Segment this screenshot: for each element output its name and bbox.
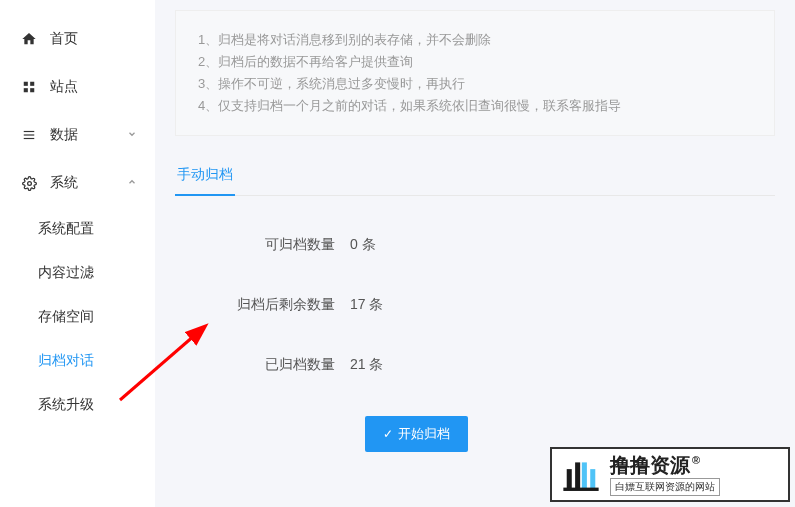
svg-rect-2 [24, 88, 28, 92]
chevron-up-icon [127, 177, 137, 189]
nav-data[interactable]: 数据 [0, 111, 155, 159]
home-icon [20, 30, 38, 48]
sub-label: 系统升级 [38, 396, 94, 412]
svg-rect-0 [24, 82, 28, 86]
sidebar: 首页 站点 数据 系统 系统配置 内容过滤 存储空间 归档对话 系统升级 [0, 0, 155, 507]
form-label: 归档后剩余数量 [205, 296, 350, 314]
tab-label: 手动归档 [177, 166, 233, 182]
sub-label: 系统配置 [38, 220, 94, 236]
grid-icon [20, 78, 38, 96]
nav-site[interactable]: 站点 [0, 63, 155, 111]
svg-rect-11 [582, 462, 587, 489]
tab-manual-archive[interactable]: 手动归档 [175, 156, 235, 196]
svg-point-7 [27, 181, 31, 185]
sidebar-item-content-filter[interactable]: 内容过滤 [0, 251, 155, 295]
start-archive-button[interactable]: ✓ 开始归档 [365, 416, 468, 452]
svg-rect-12 [590, 469, 595, 489]
form-row-archivable: 可归档数量 0 条 [205, 236, 745, 254]
sub-label: 归档对话 [38, 352, 94, 368]
gear-icon [20, 174, 38, 192]
watermark-subtitle: 白嫖互联网资源的网站 [610, 478, 720, 496]
svg-rect-9 [567, 469, 572, 489]
watermark-logo-icon [560, 454, 602, 496]
main-content: 1、归档是将对话消息移到别的表存储，并不会删除 2、归档后的数据不再给客户提供查… [155, 10, 795, 507]
check-icon: ✓ [383, 427, 393, 441]
notice-line: 2、归档后的数据不再给客户提供查询 [198, 51, 752, 73]
nav-label: 站点 [50, 78, 78, 96]
sidebar-item-system-config[interactable]: 系统配置 [0, 207, 155, 251]
notice-line: 4、仅支持归档一个月之前的对话，如果系统依旧查询很慢，联系客服指导 [198, 95, 752, 117]
notice-box: 1、归档是将对话消息移到别的表存储，并不会删除 2、归档后的数据不再给客户提供查… [175, 10, 775, 136]
nav-home[interactable]: 首页 [0, 15, 155, 63]
sub-label: 内容过滤 [38, 264, 94, 280]
form-label: 可归档数量 [205, 236, 350, 254]
form-label: 已归档数量 [205, 356, 350, 374]
sidebar-item-upgrade[interactable]: 系统升级 [0, 383, 155, 427]
watermark: 撸撸资源 ® 白嫖互联网资源的网站 [550, 447, 790, 502]
chevron-down-icon [127, 129, 137, 141]
watermark-reg: ® [692, 454, 700, 466]
nav-label: 首页 [50, 30, 78, 48]
form-row-remaining: 归档后剩余数量 17 条 [205, 296, 745, 314]
sub-label: 存储空间 [38, 308, 94, 324]
svg-rect-1 [30, 82, 34, 86]
svg-rect-5 [24, 134, 35, 135]
watermark-title: 撸撸资源 [610, 454, 690, 476]
watermark-text: 撸撸资源 ® 白嫖互联网资源的网站 [610, 454, 780, 496]
svg-rect-10 [575, 462, 580, 489]
svg-rect-4 [24, 131, 35, 132]
svg-rect-3 [30, 88, 34, 92]
nav-label: 系统 [50, 174, 78, 192]
form-row-archived: 已归档数量 21 条 [205, 356, 745, 374]
nav-label: 数据 [50, 126, 78, 144]
notice-line: 3、操作不可逆，系统消息过多变慢时，再执行 [198, 73, 752, 95]
svg-rect-13 [563, 487, 598, 490]
form-value: 21 条 [350, 356, 383, 374]
form-value: 17 条 [350, 296, 383, 314]
sidebar-item-archive[interactable]: 归档对话 [0, 339, 155, 383]
svg-rect-6 [24, 138, 35, 139]
menu-icon [20, 126, 38, 144]
notice-line: 1、归档是将对话消息移到别的表存储，并不会删除 [198, 29, 752, 51]
sidebar-item-storage[interactable]: 存储空间 [0, 295, 155, 339]
form-value: 0 条 [350, 236, 376, 254]
button-label: 开始归档 [398, 425, 450, 443]
nav-system[interactable]: 系统 [0, 159, 155, 207]
tabs: 手动归档 [175, 156, 775, 196]
